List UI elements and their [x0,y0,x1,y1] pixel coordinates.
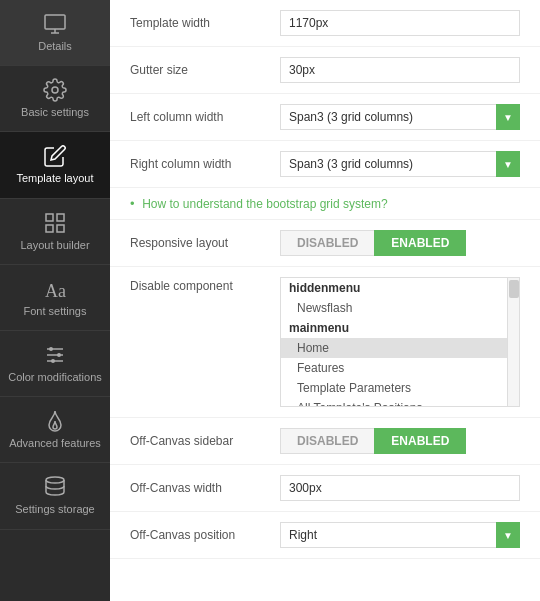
left-column-select[interactable]: Span3 (3 grid columns) Span4 (4 grid col… [280,104,520,130]
left-column-width-row: Left column width Span3 (3 grid columns)… [110,94,540,141]
font-icon: Aa [43,277,67,301]
sidebar-item-layout-builder[interactable]: Layout builder [0,199,110,265]
left-column-width-control: Span3 (3 grid columns) Span4 (4 grid col… [280,104,520,130]
disable-component-list-wrapper: hiddenmenuNewsflashmainmenuHomeFeaturesT… [280,277,520,407]
list-item[interactable]: hiddenmenu [281,278,507,298]
list-item[interactable]: All Template's Positions [281,398,507,406]
list-item[interactable]: Newsflash [281,298,507,318]
offcanvas-position-select[interactable]: Right Left [280,522,520,548]
sidebar-item-details[interactable]: Details [0,0,110,66]
svg-point-12 [57,353,61,357]
sidebar-item-label-layout-builder: Layout builder [20,239,89,252]
svg-rect-0 [45,15,65,29]
disable-component-list[interactable]: hiddenmenuNewsflashmainmenuHomeFeaturesT… [281,278,507,406]
offcanvas-position-control: Right Left ▼ [280,522,520,548]
responsive-layout-label: Responsive layout [130,236,280,250]
sidebar-item-label-settings-storage: Settings storage [15,503,95,516]
sidebar-item-label-template-layout: Template layout [16,172,93,185]
offcanvas-enabled-button[interactable]: ENABLED [374,428,466,454]
responsive-disabled-button[interactable]: DISABLED [280,230,374,256]
list-item[interactable]: mainmenu [281,318,507,338]
right-column-width-control: Span3 (3 grid columns) Span4 (4 grid col… [280,151,520,177]
svg-point-11 [49,347,53,351]
bootstrap-link[interactable]: How to understand the bootstrap grid sys… [142,197,387,211]
sidebar-item-label-color-modifications: Color modifications [8,371,102,384]
sidebar: Details Basic settings Template layout L… [0,0,110,601]
template-width-label: Template width [130,16,280,30]
svg-point-14 [46,477,64,483]
offcanvas-position-label: Off-Canvas position [130,528,280,542]
monitor-icon [43,12,67,36]
right-column-width-row: Right column width Span3 (3 grid columns… [110,141,540,188]
sidebar-item-settings-storage[interactable]: Settings storage [0,463,110,529]
responsive-layout-row: Responsive layout DISABLED ENABLED [110,220,540,267]
list-item[interactable]: Template Parameters [281,378,507,398]
offcanvas-sidebar-label: Off-Canvas sidebar [130,434,280,448]
responsive-layout-control: DISABLED ENABLED [280,230,520,256]
template-width-row: Template width [110,0,540,47]
disable-component-label: Disable component [130,277,280,293]
pencil-icon [43,144,67,168]
right-column-width-label: Right column width [130,157,280,171]
right-column-select-wrapper: Span3 (3 grid columns) Span4 (4 grid col… [280,151,520,177]
sidebar-item-font-settings[interactable]: Aa Font settings [0,265,110,331]
responsive-toggle-group: DISABLED ENABLED [280,230,520,256]
gear-icon [43,78,67,102]
offcanvas-width-row: Off-Canvas width [110,465,540,512]
flame-icon [43,409,67,433]
sidebar-item-color-modifications[interactable]: Color modifications [0,331,110,397]
left-column-select-wrapper: Span3 (3 grid columns) Span4 (4 grid col… [280,104,520,130]
bootstrap-link-row: • How to understand the bootstrap grid s… [110,188,540,220]
svg-text:Aa: Aa [45,281,66,301]
sidebar-item-basic-settings[interactable]: Basic settings [0,66,110,132]
sidebar-item-label-advanced-features: Advanced features [9,437,101,450]
sidebar-item-template-layout[interactable]: Template layout [0,132,110,198]
offcanvas-position-row: Off-Canvas position Right Left ▼ [110,512,540,559]
list-item[interactable]: Home [281,338,507,358]
main-content: Template width Gutter size Left column w… [110,0,540,601]
offcanvas-position-select-wrapper: Right Left ▼ [280,522,520,548]
list-scrollbar-thumb [509,280,519,298]
offcanvas-sidebar-row: Off-Canvas sidebar DISABLED ENABLED [110,418,540,465]
offcanvas-width-control [280,475,520,501]
right-column-select[interactable]: Span3 (3 grid columns) Span4 (4 grid col… [280,151,520,177]
sidebar-item-label-basic-settings: Basic settings [21,106,89,119]
list-item[interactable]: Features [281,358,507,378]
offcanvas-sidebar-control: DISABLED ENABLED [280,428,520,454]
sidebar-item-advanced-features[interactable]: Advanced features [0,397,110,463]
sidebar-item-label-font-settings: Font settings [24,305,87,318]
list-scrollbar [507,278,519,406]
offcanvas-width-label: Off-Canvas width [130,481,280,495]
template-width-input[interactable] [280,10,520,36]
gutter-size-control [280,57,520,83]
offcanvas-disabled-button[interactable]: DISABLED [280,428,374,454]
offcanvas-toggle-group: DISABLED ENABLED [280,428,520,454]
database-icon [43,475,67,499]
sliders-icon [43,343,67,367]
template-width-control [280,10,520,36]
svg-point-13 [51,359,55,363]
sidebar-item-label-details: Details [38,40,72,53]
svg-rect-6 [57,225,64,232]
gutter-size-input[interactable] [280,57,520,83]
disable-component-control: hiddenmenuNewsflashmainmenuHomeFeaturesT… [280,277,520,407]
gutter-size-label: Gutter size [130,63,280,77]
gutter-size-row: Gutter size [110,47,540,94]
offcanvas-width-input[interactable] [280,475,520,501]
bootstrap-link-bullet: • [130,196,135,211]
grid-icon [43,211,67,235]
left-column-width-label: Left column width [130,110,280,124]
svg-rect-3 [46,214,53,221]
disable-component-row: Disable component hiddenmenuNewsflashmai… [110,267,540,418]
svg-rect-5 [46,225,53,232]
svg-rect-4 [57,214,64,221]
responsive-enabled-button[interactable]: ENABLED [374,230,466,256]
